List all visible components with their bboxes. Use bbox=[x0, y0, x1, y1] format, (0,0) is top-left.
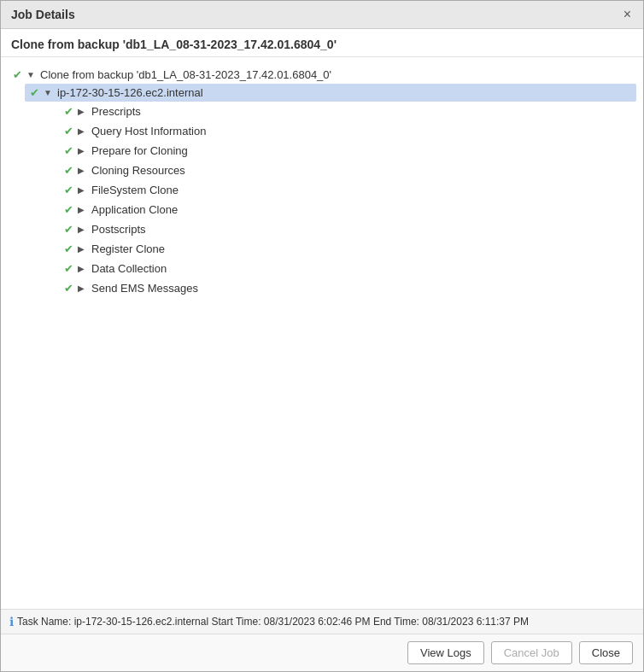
close-button[interactable]: Close bbox=[579, 641, 633, 664]
filesystem-clone-expand[interactable]: ▶ bbox=[78, 185, 88, 195]
data-collection-label: Data Collection bbox=[91, 262, 167, 275]
prepare-cloning-check: ✔ bbox=[62, 144, 74, 157]
prescripts-label: Prescripts bbox=[91, 105, 141, 118]
status-bar: ℹ Task Name: ip-172-30-15-126.ec2.intern… bbox=[1, 609, 643, 634]
dialog-title: Job Details bbox=[11, 8, 75, 21]
ip-label: ip-172-30-15-126.ec2.internal bbox=[57, 86, 203, 99]
list-item: ✔ ▶ Application Clone bbox=[59, 200, 636, 219]
root-check-icon: ✔ bbox=[11, 68, 23, 81]
list-item: ✔ ▶ Postscripts bbox=[59, 219, 636, 239]
register-clone-check: ✔ bbox=[62, 243, 74, 255]
list-item: ✔ ▶ Cloning Resources bbox=[59, 161, 636, 180]
query-host-check: ✔ bbox=[62, 125, 74, 137]
list-item: ✔ ▶ Query Host Information bbox=[59, 121, 636, 141]
data-collection-check: ✔ bbox=[62, 262, 74, 275]
root-expand-icon[interactable]: ▼ bbox=[26, 70, 37, 79]
cloning-resources-check: ✔ bbox=[62, 164, 74, 177]
register-clone-expand[interactable]: ▶ bbox=[78, 244, 88, 254]
info-icon: ℹ bbox=[9, 615, 14, 628]
close-x-button[interactable]: × bbox=[622, 8, 633, 21]
tree-level1: ✔ ▼ ip-172-30-15-126.ec2.internal ✔ ▶ Pr… bbox=[25, 84, 636, 298]
ip-check-icon: ✔ bbox=[28, 86, 40, 99]
tree-root-node: ✔ ▼ Clone from backup 'db1_LA_08-31-2023… bbox=[8, 66, 636, 84]
postscripts-check: ✔ bbox=[62, 223, 74, 236]
postscripts-label: Postscripts bbox=[91, 223, 146, 236]
prescripts-check: ✔ bbox=[62, 105, 74, 118]
send-ems-check: ✔ bbox=[62, 282, 74, 295]
send-ems-expand[interactable]: ▶ bbox=[78, 283, 88, 293]
list-item: ✔ ▶ Register Clone bbox=[59, 239, 636, 259]
cancel-job-button[interactable]: Cancel Job bbox=[491, 641, 572, 664]
query-host-label: Query Host Information bbox=[91, 125, 206, 137]
prescripts-expand[interactable]: ▶ bbox=[78, 107, 88, 116]
list-item: ✔ ▶ FileSystem Clone bbox=[59, 180, 636, 200]
cloning-resources-label: Cloning Resources bbox=[91, 164, 185, 177]
prepare-cloning-expand[interactable]: ▶ bbox=[78, 146, 88, 155]
prepare-cloning-label: Prepare for Cloning bbox=[91, 144, 188, 157]
list-item: ✔ ▶ Send EMS Messages bbox=[59, 278, 636, 298]
dialog-header: Job Details × bbox=[1, 1, 643, 29]
status-text: Task Name: ip-172-30-15-126.ec2.internal… bbox=[17, 616, 529, 628]
ip-node[interactable]: ✔ ▼ ip-172-30-15-126.ec2.internal bbox=[25, 84, 636, 102]
job-title: Clone from backup 'db1_LA_08-31-2023_17.… bbox=[1, 29, 643, 57]
query-host-expand[interactable]: ▶ bbox=[78, 126, 88, 136]
dialog-body: ✔ ▼ Clone from backup 'db1_LA_08-31-2023… bbox=[1, 57, 643, 609]
ip-expand-icon[interactable]: ▼ bbox=[44, 88, 54, 97]
app-clone-check: ✔ bbox=[62, 203, 74, 216]
postscripts-expand[interactable]: ▶ bbox=[78, 225, 88, 234]
list-item: ✔ ▶ Prepare for Cloning bbox=[59, 141, 636, 161]
cloning-resources-expand[interactable]: ▶ bbox=[78, 166, 88, 175]
send-ems-label: Send EMS Messages bbox=[91, 282, 198, 295]
job-details-dialog: Job Details × Clone from backup 'db1_LA_… bbox=[0, 0, 644, 672]
app-clone-label: Application Clone bbox=[91, 203, 178, 216]
tree-container: ✔ ▼ Clone from backup 'db1_LA_08-31-2023… bbox=[1, 62, 643, 301]
dialog-footer: View Logs Cancel Job Close bbox=[1, 634, 643, 671]
register-clone-label: Register Clone bbox=[91, 243, 165, 255]
root-label: Clone from backup 'db1_LA_08-31-2023_17.… bbox=[40, 68, 331, 81]
app-clone-expand[interactable]: ▶ bbox=[78, 205, 88, 214]
list-item: ✔ ▶ Prescripts bbox=[59, 102, 636, 121]
filesystem-clone-check: ✔ bbox=[62, 184, 74, 196]
list-item: ✔ ▶ Data Collection bbox=[59, 259, 636, 278]
sub-items-list: ✔ ▶ Prescripts ✔ ▶ Query Host Informatio… bbox=[59, 102, 636, 298]
filesystem-clone-label: FileSystem Clone bbox=[91, 184, 179, 196]
data-collection-expand[interactable]: ▶ bbox=[78, 264, 88, 273]
view-logs-button[interactable]: View Logs bbox=[407, 641, 484, 664]
